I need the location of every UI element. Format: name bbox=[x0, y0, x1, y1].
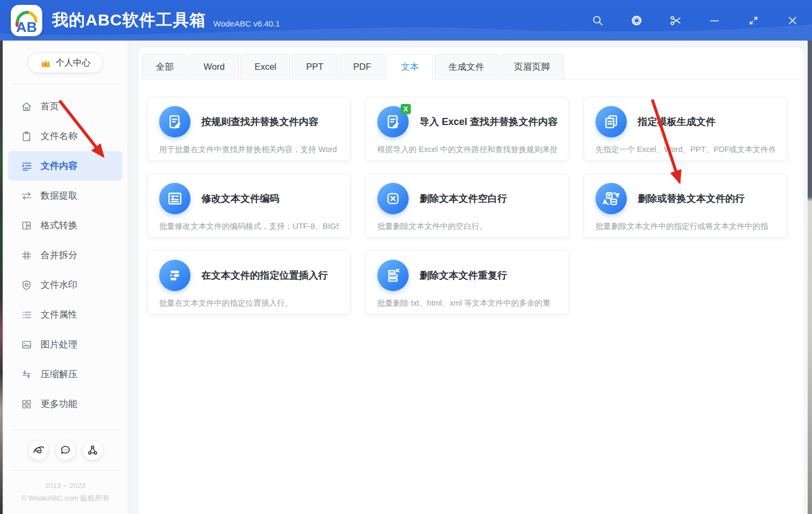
copyright-text: © WodeABC.com 版权所有 bbox=[3, 492, 128, 504]
home-icon bbox=[21, 101, 32, 113]
sidebar-item-label: 文件内容 bbox=[41, 160, 77, 172]
image-process-icon bbox=[21, 339, 32, 351]
sidebar-nav: 首页 文件名称 文件内容 数据提取 bbox=[3, 91, 128, 419]
text-encoding-icon bbox=[159, 183, 191, 214]
merge-split-icon bbox=[21, 249, 32, 261]
maximize-icon[interactable] bbox=[747, 14, 760, 27]
sidebar-item-label: 首页 bbox=[41, 100, 59, 113]
card-change-encoding[interactable]: 修改文本文件编码 批量修改文本文件的编码格式，支持：UTF-8、BIG5 bbox=[147, 174, 351, 238]
titlebar: AB 我的ABC软件工具箱 WodeABC v6.40.1 bbox=[0, 0, 812, 41]
tab-header-footer[interactable]: 页眉页脚 bbox=[500, 54, 564, 80]
share-nodes-icon bbox=[87, 444, 99, 456]
replace-lines-icon bbox=[595, 183, 627, 214]
card-import-excel-find-replace[interactable]: X 导入 Excel 查找并替换文件内容 根据导入的 Excel 中的文件路径和… bbox=[365, 97, 569, 161]
desktop-edge-right bbox=[808, 41, 812, 514]
sidebar-item-merge-split[interactable]: 合并拆分 bbox=[8, 240, 122, 270]
tab-pdf[interactable]: PDF bbox=[339, 54, 385, 80]
tab-generate-file[interactable]: 生成文件 bbox=[435, 54, 499, 80]
content-area: 全部 Word Excel PPT PDF 文本 生成文件 页眉页脚 按规则查找… bbox=[129, 41, 808, 514]
excel-badge: X bbox=[401, 104, 411, 114]
sidebar-item-watermark[interactable]: 文件水印 bbox=[8, 270, 122, 300]
card-insert-lines[interactable]: 在文本文件的指定位置插入行 批量在文本文件中的指定位置插入行。 bbox=[147, 251, 351, 314]
sidebar-item-label: 数据提取 bbox=[41, 189, 77, 202]
file-content-icon bbox=[21, 160, 32, 172]
feature-cards: 按规则查找并替换文件内容 用于批量在文件中查找并替换相关内容，支持 Word X… bbox=[139, 80, 803, 314]
dedupe-lines-icon bbox=[377, 260, 409, 291]
card-template-generate[interactable]: 指定模板生成文件 先指定一个 Excel、Word、PPT、PDF或文本文件作 bbox=[584, 97, 787, 161]
sidebar-item-home[interactable]: 首页 bbox=[8, 91, 122, 121]
app-title: 我的ABC软件工具箱 bbox=[52, 9, 206, 31]
scissors-icon[interactable] bbox=[669, 14, 682, 27]
sidebar-item-image-process[interactable]: 图片处理 bbox=[8, 330, 122, 359]
sidebar-item-file-name[interactable]: 文件名称 bbox=[8, 121, 122, 151]
search-icon[interactable] bbox=[591, 14, 604, 27]
settings-gear-icon[interactable] bbox=[630, 14, 643, 27]
sidebar-divider bbox=[10, 84, 120, 84]
card-delete-blank-lines[interactable]: 删除文本文件空白行 批量删除文本文件中的空白行。 bbox=[365, 174, 569, 238]
watermark-icon bbox=[21, 279, 32, 291]
content-panel: 全部 Word Excel PPT PDF 文本 生成文件 页眉页脚 按规则查找… bbox=[139, 48, 803, 514]
tab-excel[interactable]: Excel bbox=[240, 54, 290, 80]
sidebar-item-label: 图片处理 bbox=[41, 338, 77, 351]
minimize-icon[interactable] bbox=[708, 14, 721, 27]
browser-link-button[interactable] bbox=[28, 440, 49, 460]
format-convert-icon bbox=[21, 220, 32, 232]
sidebar-item-label: 文件属性 bbox=[41, 308, 77, 321]
sidebar-item-file-content[interactable]: 文件内容 bbox=[8, 151, 122, 181]
sidebar-item-label: 压缩解压 bbox=[41, 368, 77, 380]
chat-bubble-icon bbox=[60, 444, 71, 456]
template-docs-icon bbox=[595, 106, 627, 137]
delete-blank-lines-icon bbox=[377, 183, 409, 214]
tab-word[interactable]: Word bbox=[189, 54, 239, 80]
sidebar-divider bbox=[10, 470, 120, 471]
personal-center-button[interactable]: 个人中心 bbox=[28, 52, 103, 73]
app-version: WodeABC v6.40.1 bbox=[213, 19, 280, 28]
logo-text: AB bbox=[16, 18, 37, 35]
category-tabs: 全部 Word Excel PPT PDF 文本 生成文件 页眉页脚 bbox=[139, 48, 803, 80]
file-name-icon bbox=[21, 130, 32, 142]
copyright-years: 2013 ~ 2023 bbox=[3, 479, 128, 492]
card-delete-replace-lines[interactable]: 删除或替换文本文件的行 批量删除文本文件中的指定行或将文本文件中的指 bbox=[584, 174, 787, 238]
tab-all[interactable]: 全部 bbox=[142, 54, 188, 80]
sidebar-item-file-props[interactable]: 文件属性 bbox=[8, 300, 122, 330]
file-props-icon bbox=[21, 309, 32, 321]
sidebar-item-label: 文件名称 bbox=[41, 130, 77, 142]
sidebar-item-label: 文件水印 bbox=[41, 279, 77, 291]
share-button[interactable] bbox=[82, 440, 103, 460]
feedback-button[interactable] bbox=[55, 440, 76, 460]
sidebar-item-label: 合并拆分 bbox=[41, 249, 77, 261]
close-icon[interactable] bbox=[786, 14, 799, 27]
ie-browser-icon bbox=[32, 444, 44, 456]
sidebar: 个人中心 首页 文件名称 文件内容 bbox=[3, 41, 128, 514]
sidebar-item-compress[interactable]: 压缩解压 bbox=[8, 359, 122, 389]
crown-icon bbox=[40, 58, 51, 68]
tab-ppt[interactable]: PPT bbox=[292, 54, 337, 80]
more-features-icon bbox=[21, 398, 32, 410]
card-find-replace-by-rule[interactable]: 按规则查找并替换文件内容 用于批量在文件中查找并替换相关内容，支持 Word bbox=[147, 97, 351, 161]
doc-edit-excel-icon: X bbox=[377, 106, 409, 137]
sidebar-divider bbox=[10, 430, 120, 430]
sidebar-item-format-convert[interactable]: 格式转换 bbox=[8, 210, 122, 240]
sidebar-item-label: 格式转换 bbox=[41, 219, 77, 232]
insert-lines-icon bbox=[159, 260, 191, 291]
sidebar-item-label: 更多功能 bbox=[41, 398, 77, 410]
personal-center-label: 个人中心 bbox=[56, 57, 90, 69]
doc-edit-icon bbox=[159, 106, 191, 137]
compress-icon bbox=[21, 368, 32, 380]
sidebar-item-more-features[interactable]: 更多功能 bbox=[8, 389, 122, 419]
data-extract-icon bbox=[21, 190, 32, 202]
tab-text[interactable]: 文本 bbox=[387, 54, 433, 80]
sidebar-item-data-extract[interactable]: 数据提取 bbox=[8, 181, 122, 210]
card-dedupe-lines[interactable]: 删除文本文件重复行 批量删除 txt、html、xml 等文本文件中的多余的重 bbox=[365, 251, 569, 314]
app-logo: AB bbox=[11, 5, 42, 36]
